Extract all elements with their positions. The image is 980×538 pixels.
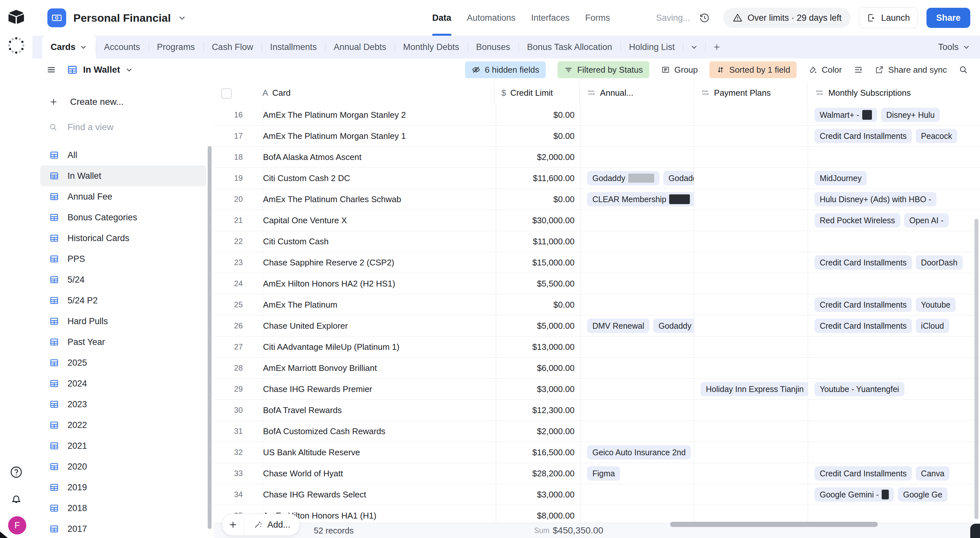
row-number[interactable]: 20 <box>214 189 263 210</box>
share-and-sync-button[interactable]: Share and sync <box>875 65 947 75</box>
card-name-cell[interactable]: Chase IHG Rewards Select <box>263 484 496 505</box>
monthly-subscriptions-cell[interactable]: Hulu Disney+ (Ads) with HBO - <box>808 189 980 210</box>
payment-plans-cell[interactable] <box>694 252 808 273</box>
payment-plans-cell[interactable] <box>694 484 808 505</box>
annual-cell[interactable] <box>581 105 694 125</box>
card-name-cell[interactable]: Chase World of Hyatt <box>263 463 496 484</box>
credit-limit-cell[interactable]: $13,000.00 <box>496 336 581 357</box>
sidebar-view-2017[interactable]: 2017 <box>40 519 206 538</box>
payment-plans-cell[interactable] <box>694 168 808 188</box>
credit-limit-cell[interactable]: $11,600.00 <box>496 168 581 188</box>
payment-plans-cell[interactable] <box>694 210 808 231</box>
table-tab-monthly-debts[interactable]: Monthly Debts <box>395 36 468 59</box>
views-sidebar-toggle[interactable] <box>46 65 56 75</box>
card-name-cell[interactable]: Citi Custom Cash <box>263 231 496 252</box>
row-number[interactable]: 26 <box>214 315 263 336</box>
share-button[interactable]: Share <box>926 8 970 28</box>
payment-plans-cell[interactable] <box>694 505 808 523</box>
hidden-fields-button[interactable]: 6 hidden fields <box>465 61 546 78</box>
over-limits-banner[interactable]: Over limits · 29 days left <box>723 8 851 28</box>
card-name-cell[interactable]: AmEx Marriott Bonvoy Brilliant <box>263 358 496 378</box>
annual-cell[interactable]: Geico Auto Insurance 2nd <box>581 442 694 463</box>
row-number[interactable]: 27 <box>214 336 263 357</box>
nav-tab-interfaces[interactable]: Interfaces <box>531 0 570 36</box>
launch-button[interactable]: Launch <box>859 8 918 28</box>
vertical-scrollbar[interactable] <box>974 219 978 519</box>
row-number[interactable]: 18 <box>214 146 263 167</box>
sidebar-view-2024[interactable]: 2024 <box>40 373 206 394</box>
row-number[interactable]: 16 <box>214 105 263 125</box>
monthly-subscriptions-cell[interactable]: Credit Card InstallmentsYoutube <box>808 294 980 315</box>
payment-plans-cell[interactable] <box>694 189 808 210</box>
payment-plans-cell[interactable] <box>694 126 808 146</box>
nav-tab-data[interactable]: Data <box>432 0 451 36</box>
row-number[interactable]: 22 <box>214 231 263 252</box>
search-icon[interactable] <box>959 65 968 75</box>
history-icon[interactable] <box>698 12 710 24</box>
monthly-subscriptions-cell[interactable]: Credit Card InstallmentsCanva <box>808 463 980 484</box>
monthly-subscriptions-cell[interactable] <box>808 400 980 420</box>
column-header-card[interactable]: A Card <box>262 81 495 105</box>
row-number[interactable]: 19 <box>214 168 263 188</box>
card-name-cell[interactable]: AmEx Hilton Honors HA2 (H2 HS1) <box>263 273 496 294</box>
nav-tab-automations[interactable]: Automations <box>467 0 515 36</box>
monthly-subscriptions-cell[interactable] <box>808 231 980 252</box>
card-name-cell[interactable]: BofA Customized Cash Rewards <box>263 421 496 442</box>
column-header-payment-plans[interactable]: Payment Plans <box>694 81 808 105</box>
credit-limit-cell[interactable]: $3,000.00 <box>496 379 581 400</box>
annual-cell[interactable]: CLEAR Membership <box>581 189 694 210</box>
horizontal-scrollbar[interactable] <box>670 522 878 527</box>
monthly-subscriptions-cell[interactable] <box>808 442 980 463</box>
create-new-view-button[interactable]: Create new... <box>49 97 124 107</box>
credit-limit-cell[interactable]: $6,000.00 <box>496 358 581 378</box>
credit-limit-cell[interactable]: $0.00 <box>496 105 581 125</box>
sidebar-view-in-wallet[interactable]: In Wallet <box>40 166 206 186</box>
monthly-subscriptions-cell[interactable]: Youtube - Yuantengfei <box>808 379 980 400</box>
card-name-cell[interactable]: Capital One Venture X <box>263 210 496 231</box>
row-number[interactable]: 23 <box>214 252 263 273</box>
payment-plans-cell[interactable] <box>694 105 808 125</box>
credit-limit-cell[interactable]: $0.00 <box>496 294 581 315</box>
payment-plans-cell[interactable] <box>694 400 808 420</box>
annual-cell[interactable] <box>581 210 694 231</box>
annual-cell[interactable] <box>581 421 694 442</box>
monthly-subscriptions-cell[interactable]: MidJourney <box>808 168 980 188</box>
row-number[interactable]: 32 <box>214 442 263 463</box>
credit-limit-cell[interactable]: $12,300.00 <box>496 400 581 420</box>
payment-plans-cell[interactable] <box>694 358 808 378</box>
card-name-cell[interactable]: Chase IHG Rewards Premier <box>263 379 496 400</box>
card-name-cell[interactable]: AmEx The Platinum Morgan Stanley 1 <box>263 126 496 146</box>
table-tab-programs[interactable]: Programs <box>149 36 204 59</box>
annual-cell[interactable] <box>581 484 694 505</box>
sidebar-view-2022[interactable]: 2022 <box>40 415 206 436</box>
row-height-button[interactable] <box>853 65 863 75</box>
credit-limit-cell[interactable]: $2,000.00 <box>496 421 581 442</box>
monthly-subscriptions-cell[interactable]: Red Pocket WirelessOpen AI - <box>808 210 980 231</box>
monthly-subscriptions-cell[interactable] <box>808 421 980 442</box>
row-number[interactable]: 28 <box>214 358 263 378</box>
credit-limit-cell[interactable]: $8,000.00 <box>496 505 581 523</box>
credit-limit-cell[interactable]: $3,000.00 <box>496 484 581 505</box>
table-tab-holding-list[interactable]: Holding List <box>620 36 683 59</box>
card-name-cell[interactable]: BofA Alaska Atmos Ascent <box>263 146 496 167</box>
find-view-input[interactable]: Find a view <box>49 122 114 132</box>
row-number[interactable]: 29 <box>214 379 263 400</box>
sidebar-view-past-year[interactable]: Past Year <box>40 332 206 352</box>
current-view-selector[interactable]: In Wallet <box>67 64 133 75</box>
user-avatar[interactable]: F <box>7 515 27 535</box>
table-tab-installments[interactable]: Installments <box>262 36 325 59</box>
payment-plans-cell[interactable]: Holiday Inn Express Tianjin <box>694 379 808 400</box>
header-select-all[interactable] <box>214 81 262 105</box>
nav-tab-forms[interactable]: Forms <box>585 0 610 36</box>
table-tabs-expand-button[interactable] <box>683 36 705 59</box>
sidebar-view-bonus-categories[interactable]: Bonus Categories <box>40 207 206 228</box>
credit-limit-cell[interactable]: $30,000.00 <box>496 210 581 231</box>
row-number[interactable]: 21 <box>214 210 263 231</box>
monthly-subscriptions-cell[interactable] <box>808 273 980 294</box>
row-number[interactable]: 33 <box>214 463 263 484</box>
table-tab-bonuses[interactable]: Bonuses <box>468 36 519 59</box>
chevron-down-icon[interactable] <box>178 14 186 22</box>
card-name-cell[interactable]: AmEx The Platinum <box>263 294 496 315</box>
add-record-button[interactable] <box>222 514 244 535</box>
row-number[interactable]: 30 <box>214 400 263 420</box>
